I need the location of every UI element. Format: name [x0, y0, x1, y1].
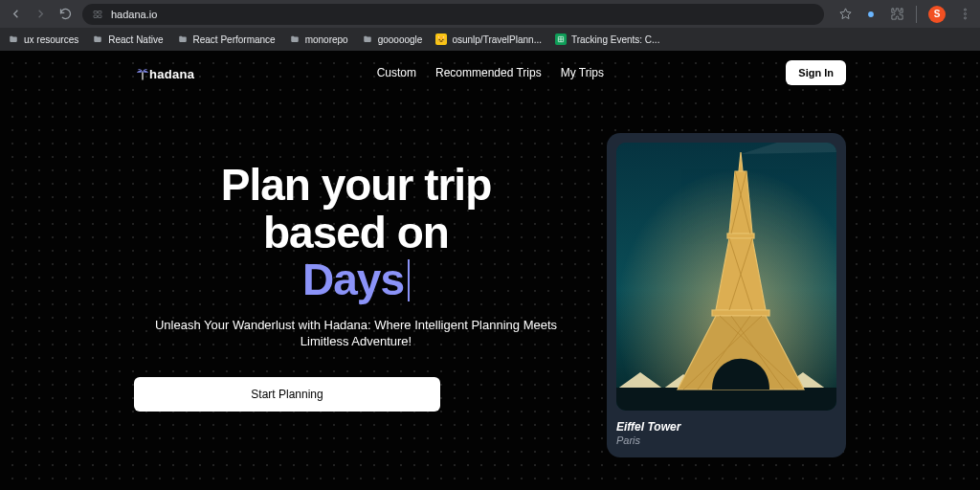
svg-rect-0 — [94, 11, 98, 13]
bookmark-star-icon[interactable] — [837, 7, 853, 22]
back-icon[interactable] — [8, 7, 23, 22]
hero-title: Plan your trip based on Days — [221, 162, 491, 304]
svg-point-5 — [964, 9, 966, 11]
folder-icon — [177, 34, 189, 44]
bookmark-item[interactable]: gooooogle — [362, 34, 423, 45]
svg-rect-13 — [712, 310, 769, 316]
bookmark-label: Tracking Events: C... — [571, 34, 659, 45]
folder-icon — [362, 34, 373, 44]
bookmark-label: gooooogle — [378, 34, 423, 45]
bookmark-label: ux resources — [24, 34, 78, 45]
hero-title-line2: based on — [263, 208, 449, 257]
svg-point-6 — [964, 13, 966, 15]
nav-link-mytrips[interactable]: My Trips — [561, 66, 604, 79]
bookmarks-bar: ux resources React Native React Performa… — [0, 28, 980, 51]
extensions-puzzle-icon[interactable] — [889, 7, 904, 22]
sheets-icon — [555, 33, 567, 45]
profile-avatar[interactable]: S — [928, 6, 946, 23]
bookmark-label: osunlp/TravelPlann... — [452, 34, 542, 45]
folder-icon — [289, 34, 301, 44]
address-bar[interactable]: hadana.io — [82, 4, 824, 25]
folder-icon — [8, 34, 19, 44]
extension-icon[interactable] — [864, 8, 878, 21]
destination-image — [616, 143, 836, 411]
toolbar-divider — [916, 6, 917, 23]
bookmark-item[interactable]: Tracking Events: C... — [555, 33, 659, 45]
start-planning-button[interactable]: Start Planning — [134, 377, 440, 412]
bookmark-item[interactable]: React Performance — [177, 34, 276, 45]
svg-rect-11 — [616, 388, 836, 411]
svg-rect-2 — [94, 15, 98, 18]
bookmark-label: monorepo — [305, 34, 348, 45]
github-icon: 🐱 — [435, 33, 447, 45]
bookmark-item[interactable]: ux resources — [8, 34, 78, 45]
bookmark-label: React Native — [108, 34, 163, 45]
site-nav: hadana Custom Recommended Trips My Trips… — [0, 51, 980, 95]
folder-icon — [92, 34, 103, 44]
brand-name: hadana — [149, 67, 194, 81]
reload-icon[interactable] — [57, 7, 73, 22]
chrome-menu-icon[interactable] — [957, 7, 972, 22]
brand-logo[interactable]: hadana — [134, 64, 194, 81]
hero-title-line1: Plan your trip — [221, 160, 491, 210]
hero-dynamic-word: Days — [302, 256, 404, 304]
destination-title: Eiffel Tower — [616, 420, 836, 434]
sign-in-button[interactable]: Sign In — [786, 60, 846, 85]
svg-point-7 — [964, 17, 966, 19]
svg-rect-12 — [727, 234, 754, 238]
destination-subtitle: Paris — [616, 434, 836, 446]
site-settings-icon[interactable] — [92, 9, 103, 20]
hero-subtitle: Unleash Your Wanderlust with Hadana: Whe… — [150, 318, 562, 350]
nav-link-recommended[interactable]: Recommended Trips — [435, 66, 542, 79]
forward-icon[interactable] — [33, 7, 48, 22]
bookmark-item[interactable]: monorepo — [289, 34, 348, 45]
destination-card[interactable]: Eiffel Tower Paris — [607, 133, 846, 457]
nav-link-custom[interactable]: Custom — [377, 66, 416, 79]
svg-rect-1 — [99, 11, 102, 13]
svg-rect-3 — [99, 15, 102, 18]
svg-point-4 — [868, 11, 874, 17]
typing-cursor — [408, 259, 410, 301]
url-text: hadana.io — [111, 9, 157, 20]
bookmark-label: React Performance — [193, 34, 276, 45]
bookmark-item[interactable]: React Native — [92, 34, 163, 45]
bookmark-item[interactable]: 🐱 osunlp/TravelPlann... — [435, 33, 542, 45]
